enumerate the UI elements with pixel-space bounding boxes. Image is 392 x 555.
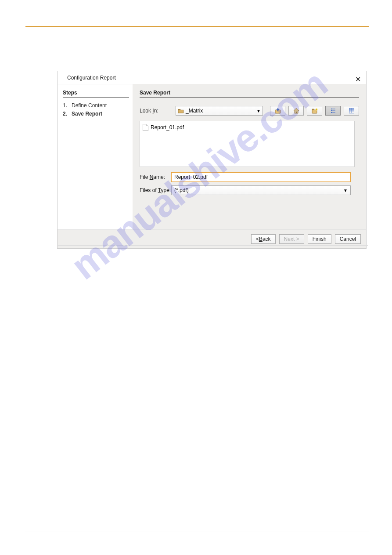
cancel-button[interactable]: Cancel xyxy=(335,234,361,244)
configuration-report-dialog: Configuration Report ✕ Steps 1. Define C… xyxy=(57,71,367,249)
dialog-title: Configuration Report xyxy=(67,75,116,81)
file-list[interactable]: Report_01.pdf xyxy=(140,121,355,167)
look-in-value: _Matrix xyxy=(186,108,203,114)
details-icon xyxy=(348,107,355,114)
list-icon xyxy=(330,107,337,114)
list-view-button[interactable] xyxy=(325,106,341,116)
step-number: 1. xyxy=(63,102,67,110)
page-bottom-rule xyxy=(25,532,369,532)
dialog-body: Steps 1. Define Content 2. Save Report S… xyxy=(58,84,366,229)
section-separator xyxy=(57,245,368,246)
step-number: 2. xyxy=(63,110,67,118)
file-name-label: File Name: xyxy=(140,174,171,180)
finish-button[interactable]: Finish xyxy=(308,234,331,244)
home-icon xyxy=(293,107,300,114)
close-icon[interactable]: ✕ xyxy=(353,73,363,86)
chevron-down-icon: ▼ xyxy=(343,188,348,193)
home-button[interactable] xyxy=(288,106,304,116)
new-folder-icon xyxy=(311,107,318,114)
svg-rect-1 xyxy=(296,112,297,113)
back-button[interactable]: < Back xyxy=(251,234,276,244)
svg-rect-6 xyxy=(331,110,332,111)
steps-panel: Steps 1. Define Content 2. Save Report xyxy=(58,84,133,229)
details-view-button[interactable] xyxy=(344,106,359,116)
up-one-level-button[interactable] xyxy=(270,106,285,116)
list-item[interactable]: Report_01.pdf xyxy=(143,124,352,131)
panel-title: Save Report xyxy=(140,90,359,98)
files-of-type-row: Files of Type: (*.pdf) ▼ xyxy=(140,185,359,195)
look-in-label: Look In: xyxy=(140,108,171,114)
svg-rect-4 xyxy=(331,109,332,109)
new-folder-button[interactable] xyxy=(307,106,322,116)
dialog-titlebar: Configuration Report ✕ xyxy=(58,71,366,84)
folder-up-icon xyxy=(274,107,281,114)
save-report-panel: Save Report Look In: _Matrix ▼ xyxy=(133,84,366,229)
page-top-rule xyxy=(25,26,369,27)
svg-rect-8 xyxy=(331,112,332,113)
folder-icon xyxy=(178,108,184,113)
file-name-text: Report_01.pdf xyxy=(151,124,184,131)
step-save-report: 2. Save Report xyxy=(63,110,129,118)
chevron-down-icon: ▼ xyxy=(256,109,261,113)
files-of-type-dropdown[interactable]: (*.pdf) ▼ xyxy=(171,185,351,195)
svg-rect-7 xyxy=(332,111,335,111)
files-of-type-label: Files of Type: xyxy=(140,187,171,193)
file-toolbar xyxy=(270,106,359,116)
step-define-content: 1. Define Content xyxy=(63,102,129,110)
document-icon xyxy=(143,124,148,131)
next-button: Next > xyxy=(279,234,304,244)
look-in-row: Look In: _Matrix ▼ xyxy=(140,106,359,116)
svg-rect-5 xyxy=(332,109,335,109)
step-label: Save Report xyxy=(72,110,102,118)
look-in-dropdown[interactable]: _Matrix ▼ xyxy=(176,106,263,116)
file-name-row: File Name: xyxy=(140,172,359,182)
steps-heading: Steps xyxy=(63,90,129,98)
step-label: Define Content xyxy=(72,102,107,110)
file-name-input[interactable] xyxy=(171,172,351,182)
svg-rect-9 xyxy=(332,112,335,113)
files-of-type-value: (*.pdf) xyxy=(174,187,189,193)
